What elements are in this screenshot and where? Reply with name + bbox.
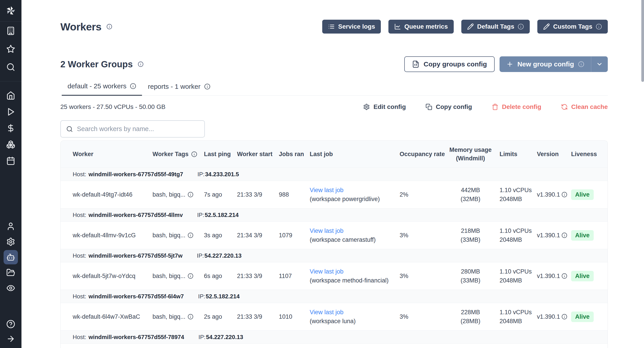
liveness: Alive (571, 303, 608, 330)
jobs-ran: 1010 (279, 303, 310, 330)
limits: 1.10 vCPUs2048MB (500, 262, 537, 290)
eye-icon (6, 284, 15, 292)
vertical-scrollbar-thumb[interactable] (641, 0, 644, 82)
search-icon (6, 62, 15, 72)
info-icon[interactable] (188, 314, 194, 320)
worker-tags: bash, bigq... (152, 222, 204, 249)
col-worker-start: Worker start (237, 141, 279, 168)
file-code-icon (412, 60, 420, 68)
windmill-logo[interactable] (0, 0, 22, 22)
last-job-workspace: (workspace powergridlive) (310, 194, 380, 204)
refresh-icon (561, 104, 568, 110)
col-liveness: Liveness (571, 141, 608, 168)
trash-icon (492, 104, 498, 110)
workers-table: Worker Worker Tags Last ping Worker star… (60, 140, 608, 348)
sidebar-item-favorites[interactable] (0, 40, 22, 58)
sidebar-item-folders[interactable] (0, 265, 22, 280)
sidebar-item-settings[interactable] (0, 234, 22, 249)
col-jobs-ran: Jobs ran (279, 141, 310, 168)
sidebar-item-workspace[interactable] (0, 22, 22, 40)
worker-row: wk-default-6l4w7-XwBaC bash, bigq... 2s … (60, 303, 608, 330)
custom-tags-button[interactable]: Custom Tags (537, 20, 608, 34)
sidebar-item-audit-logs[interactable] (0, 280, 22, 296)
info-icon (596, 24, 602, 30)
info-icon[interactable] (562, 314, 567, 320)
line-chart-icon (394, 23, 401, 30)
info-icon[interactable] (562, 232, 567, 238)
view-last-job-link[interactable]: View last job (310, 226, 344, 235)
group-summary: 25 workers - 27.50 vCPUs - 50.00 GB (60, 103, 166, 110)
queue-metrics-label: Queue metrics (404, 23, 448, 30)
table-header: Worker Worker Tags Last ping Worker star… (60, 141, 608, 168)
last-ping: 3s ago (204, 222, 237, 249)
tab-default-label: default - 25 workers (68, 82, 126, 90)
sidebar-item-variables[interactable] (0, 120, 22, 136)
info-icon[interactable] (188, 192, 194, 198)
sidebar-item-help[interactable] (0, 317, 22, 332)
gear-icon (6, 237, 15, 246)
host-ip: 52.5.182.214 (206, 293, 240, 300)
sidebar-item-users[interactable] (0, 218, 22, 234)
worker-search (60, 120, 205, 138)
sidebar-item-schedules[interactable] (0, 152, 22, 169)
worker-name: wk-default-49tg7-idt46 (60, 181, 152, 208)
info-icon[interactable] (562, 192, 567, 198)
sidebar-item-resources[interactable] (0, 136, 22, 152)
queue-metrics-button[interactable]: Queue metrics (388, 20, 454, 34)
worker-row: wk-default-4llmv-9v1cG bash, bigq... 3s … (60, 222, 608, 249)
worker-start: 21:34 3/9 (237, 222, 279, 249)
groups-info-icon[interactable] (138, 61, 144, 67)
host-row: Host:windmill-workers-67757d55f-49tg7 IP… (60, 168, 608, 181)
title-info-icon[interactable] (106, 24, 112, 30)
sidebar-item-home[interactable] (0, 87, 22, 104)
info-icon[interactable] (130, 83, 136, 89)
sidebar-item-runs[interactable] (0, 104, 22, 120)
info-icon[interactable] (562, 273, 567, 279)
sidebar-item-search[interactable] (0, 58, 22, 76)
user-icon (6, 222, 15, 231)
last-job: View last job (workspace method-financia… (310, 262, 400, 290)
service-logs-button[interactable]: Service logs (322, 20, 381, 34)
search-input[interactable] (77, 125, 199, 132)
info-icon[interactable] (188, 273, 194, 279)
memory-usage: 228MB(28MB) (442, 303, 500, 330)
delete-config-button[interactable]: Delete config (492, 103, 541, 110)
view-last-job-link[interactable]: View last job (310, 308, 344, 317)
occupancy-rate: 3% (400, 262, 442, 290)
tab-default[interactable]: default - 25 workers (62, 82, 142, 96)
host-name: windmill-workers-67757d55f-78974 (88, 334, 184, 340)
jobs-ran: 1107 (279, 262, 310, 290)
default-tags-button[interactable]: Default Tags (461, 20, 530, 34)
sidebar-collapse-toggle[interactable] (0, 332, 22, 346)
version: v1.390.1 (537, 303, 571, 330)
col-occupancy-rate: Occupancy rate (400, 141, 442, 168)
host-row: Host:windmill-workers-67757d55f-78974 IP… (60, 330, 608, 344)
robot-icon (6, 253, 15, 262)
copy-config-button[interactable]: Copy config (426, 103, 472, 110)
col-last-job: Last job (310, 141, 400, 168)
home-icon (6, 91, 15, 100)
edit-config-button[interactable]: Edit config (363, 103, 406, 110)
new-group-config-dropdown[interactable] (591, 56, 608, 72)
tab-reports[interactable]: reports - 1 worker (142, 82, 216, 96)
col-version: Version (537, 141, 571, 168)
clean-cache-label: Clean cache (571, 103, 608, 110)
host-name: windmill-workers-67757d55f-5jt7w (88, 252, 182, 259)
active-item-highlight (4, 250, 18, 264)
view-last-job-link[interactable]: View last job (310, 186, 344, 194)
clean-cache-button[interactable]: Clean cache (561, 103, 608, 110)
worker-tags: bash, bigq... (152, 262, 204, 290)
sidebar-item-workers[interactable] (0, 249, 22, 265)
copy-groups-config-button[interactable]: Copy groups config (404, 56, 494, 72)
chevron-down-icon (596, 61, 603, 68)
alive-badge: Alive (571, 312, 594, 322)
copy-groups-config-label: Copy groups config (424, 60, 487, 68)
info-icon[interactable] (204, 84, 210, 90)
info-icon[interactable] (188, 232, 194, 238)
new-group-config-button[interactable]: New group config (500, 56, 608, 72)
host-ip: 52.5.182.214 (204, 212, 238, 218)
view-last-job-link[interactable]: View last job (310, 267, 344, 276)
liveness: Alive (571, 181, 608, 208)
info-icon[interactable] (191, 151, 197, 157)
info-icon (578, 61, 584, 67)
